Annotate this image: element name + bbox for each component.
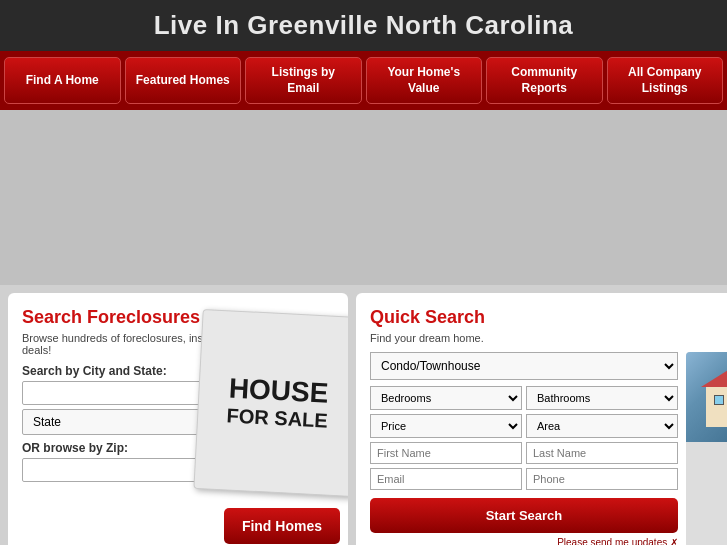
updates-label: Please send me updates <box>557 537 667 545</box>
house-image: 🔍 <box>686 352 727 442</box>
price-select[interactable]: Price Under $100k$100k-$200k$200k-$300k$… <box>370 414 522 438</box>
start-search-button[interactable]: Start Search <box>370 498 678 533</box>
bathrooms-select[interactable]: Bathrooms 1234 <box>526 386 678 410</box>
area-select[interactable]: Area DowntownNorthSouthEastWest <box>526 414 678 438</box>
house-for-sale-image: HOUSE FOR SALE <box>193 309 348 497</box>
first-name-input[interactable] <box>370 442 522 464</box>
bedrooms-select[interactable]: Bedrooms 12345+ <box>370 386 522 410</box>
nav-home-value[interactable]: Your Home's Value <box>366 57 483 104</box>
updates-checkbox[interactable]: ✗ <box>670 537 678 545</box>
site-header: Live In Greenville North Carolina <box>0 0 727 51</box>
quick-search-inner: Condo/Townhouse Single Family Townhouse … <box>370 352 727 545</box>
quick-search-title: Quick Search <box>370 307 727 328</box>
main-content: Search Foreclosures Browse hundreds of f… <box>0 285 727 545</box>
quick-search-form: Condo/Townhouse Single Family Townhouse … <box>370 352 678 545</box>
house-body-shape <box>706 387 727 427</box>
quick-search-panel: Quick Search Find your dream home. Condo… <box>356 293 727 545</box>
house-thumbnail: 🔍 <box>686 352 727 545</box>
banner-area <box>0 110 727 285</box>
last-name-input[interactable] <box>526 442 678 464</box>
nav-all-listings[interactable]: All Company Listings <box>607 57 724 104</box>
house-text-line2: FOR SALE <box>226 404 328 432</box>
find-homes-button[interactable]: Find Homes <box>224 508 340 544</box>
name-row <box>370 442 678 464</box>
foreclosures-panel: Search Foreclosures Browse hundreds of f… <box>8 293 348 545</box>
nav-featured-homes[interactable]: Featured Homes <box>125 57 242 104</box>
nav-community-reports[interactable]: Community Reports <box>486 57 603 104</box>
house-roof-shape <box>701 362 727 387</box>
quick-search-subtitle: Find your dream home. <box>370 332 727 344</box>
property-type-select[interactable]: Condo/Townhouse Single Family Townhouse … <box>370 352 678 380</box>
updates-row: Please send me updates ✗ <box>370 537 678 545</box>
email-input[interactable] <box>370 468 522 490</box>
site-title: Live In Greenville North Carolina <box>0 10 727 41</box>
main-nav: Find A Home Featured Homes Listings by E… <box>0 51 727 110</box>
nav-find-home[interactable]: Find A Home <box>4 57 121 104</box>
nav-listings-email[interactable]: Listings by Email <box>245 57 362 104</box>
contact-row <box>370 468 678 490</box>
price-area-row: Price Under $100k$100k-$200k$200k-$300k$… <box>370 414 678 438</box>
bed-bath-row: Bedrooms 12345+ Bathrooms 1234 <box>370 386 678 410</box>
phone-input[interactable] <box>526 468 678 490</box>
house-window-shape <box>714 395 724 405</box>
